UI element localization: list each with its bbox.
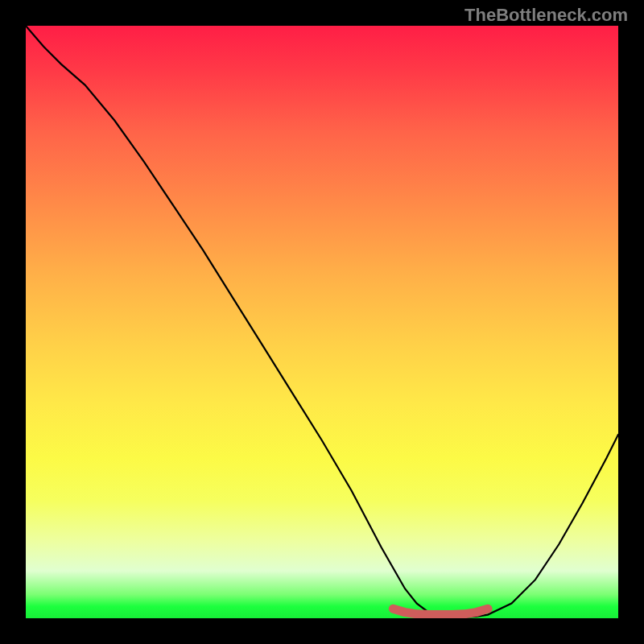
chart-plot-area [26, 26, 618, 618]
marker-band-path [393, 609, 488, 614]
watermark-text: TheBottleneck.com [464, 5, 628, 26]
main-curve-path [26, 26, 618, 617]
chart-curve-layer [26, 26, 618, 618]
